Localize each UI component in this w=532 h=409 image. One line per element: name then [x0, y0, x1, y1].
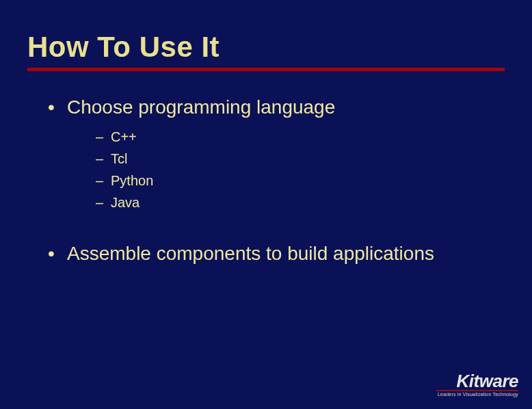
sub-bullet-item: Python: [96, 171, 505, 190]
logo-container: Kitware Leaders in Visualization Technol…: [436, 373, 518, 397]
bullet-list: Assemble components to build application…: [27, 241, 505, 267]
sub-bullet-list: C++ Tcl Python Java: [67, 127, 505, 212]
bullet-text: Assemble components to build application…: [67, 243, 434, 264]
sub-bullet-item: Java: [96, 193, 505, 212]
slide-container: How To Use It Choose programming languag…: [0, 0, 532, 267]
spacer: [27, 219, 505, 241]
bullet-text: Choose programming language: [67, 96, 335, 118]
bullet-list: Choose programming language C++ Tcl Pyth…: [27, 94, 505, 212]
logo-tagline: Leaders in Visualization Technology: [436, 392, 518, 397]
sub-bullet-item: C++: [96, 127, 505, 146]
sub-bullet-item: Tcl: [96, 149, 505, 168]
title-underline: [27, 68, 505, 71]
slide-title: How To Use It: [27, 31, 505, 64]
bullet-item: Choose programming language C++ Tcl Pyth…: [48, 94, 505, 212]
bullet-item: Assemble components to build application…: [48, 241, 505, 267]
logo-name: Kitware: [436, 373, 518, 389]
